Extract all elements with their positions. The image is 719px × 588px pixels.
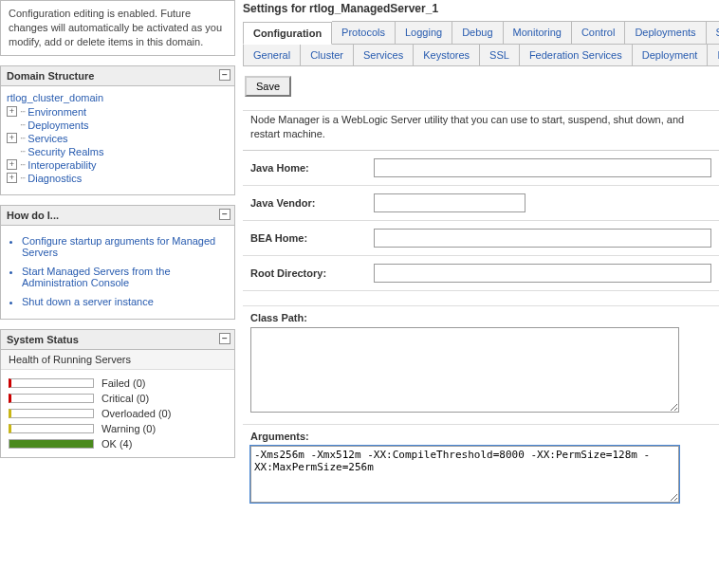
subtab-services[interactable]: Services bbox=[354, 45, 414, 65]
plus-icon[interactable]: + bbox=[7, 106, 17, 117]
tree-connector-icon: ··· bbox=[20, 106, 25, 117]
health-rows: Failed (0)Critical (0)Overloaded (0)Warn… bbox=[1, 370, 234, 457]
input-java-home[interactable] bbox=[374, 158, 711, 177]
tree-connector-icon: ··· bbox=[20, 133, 25, 143]
description-text: Node Manager is a WebLogic Server utilit… bbox=[243, 111, 719, 150]
health-row: Critical (0) bbox=[9, 391, 227, 406]
health-bar-icon bbox=[9, 378, 94, 388]
tree-node-label[interactable]: Environment bbox=[28, 106, 86, 118]
health-label: Critical (0) bbox=[101, 393, 149, 404]
collapse-icon[interactable]: − bbox=[219, 333, 230, 344]
tab-serv[interactable]: Serv bbox=[707, 21, 719, 44]
tree-connector-icon: ··· bbox=[20, 146, 25, 156]
tab-protocols[interactable]: Protocols bbox=[332, 21, 396, 44]
howdo-link[interactable]: Shut down a server instance bbox=[22, 296, 154, 307]
tree-node-label[interactable]: Services bbox=[28, 133, 67, 144]
system-status-panel: System Status − Health of Running Server… bbox=[0, 329, 235, 458]
field-root-directory: Root Directory: bbox=[243, 255, 719, 290]
tree-node-label[interactable]: Security Realms bbox=[28, 146, 103, 157]
label-root-directory: Root Directory: bbox=[250, 267, 374, 279]
label-java-vendor: Java Vendor: bbox=[250, 197, 374, 209]
tree-node[interactable]: ···Security Realms bbox=[7, 145, 229, 158]
tab-deployments[interactable]: Deployments bbox=[625, 21, 706, 44]
textarea-class-path[interactable] bbox=[250, 327, 679, 413]
subtab-keystores[interactable]: Keystores bbox=[414, 45, 480, 65]
label-java-home: Java Home: bbox=[250, 162, 374, 174]
health-label: OK (4) bbox=[101, 438, 132, 450]
health-row: OK (4) bbox=[9, 436, 227, 451]
main-tabs: ConfigurationProtocolsLoggingDebugMonito… bbox=[243, 21, 719, 45]
health-label: Failed (0) bbox=[101, 377, 145, 389]
howdo-item[interactable]: Start Managed Servers from the Administr… bbox=[22, 262, 229, 292]
tree-connector-icon: ··· bbox=[20, 173, 25, 183]
howdo-list: Configure startup arguments for Managed … bbox=[1, 226, 234, 319]
howdo-item[interactable]: Shut down a server instance bbox=[22, 292, 229, 311]
howdo-item[interactable]: Configure startup arguments for Managed … bbox=[22, 231, 229, 262]
sub-tabs: GeneralClusterServicesKeystoresSSLFedera… bbox=[243, 45, 719, 66]
howdo-panel: How do I... − Configure startup argument… bbox=[0, 205, 235, 320]
field-java-vendor: Java Vendor: bbox=[243, 185, 719, 220]
system-status-title: System Status bbox=[7, 334, 79, 345]
health-bar-icon bbox=[9, 409, 94, 418]
settings-title: Settings for rtlog_ManagedServer_1 bbox=[243, 0, 719, 21]
tree-node[interactable]: ···Deployments bbox=[7, 119, 229, 132]
settings-pane: Settings for rtlog_ManagedServer_1 Confi… bbox=[235, 0, 719, 588]
health-bar-icon bbox=[9, 439, 94, 449]
tree-node[interactable]: +···Environment bbox=[7, 105, 229, 119]
plus-icon[interactable]: + bbox=[7, 173, 17, 183]
tab-control[interactable]: Control bbox=[572, 21, 625, 44]
collapse-icon[interactable]: − bbox=[219, 69, 230, 81]
health-label: Overloaded (0) bbox=[101, 408, 171, 419]
label-arguments: Arguments: bbox=[243, 424, 719, 446]
field-bea-home: BEA Home: bbox=[243, 220, 719, 255]
health-row: Overloaded (0) bbox=[9, 406, 227, 421]
tree-connector-icon: ··· bbox=[20, 119, 25, 130]
tree-root[interactable]: rtlog_cluster_domain bbox=[7, 90, 229, 105]
health-row: Warning (0) bbox=[9, 421, 227, 436]
config-info-text: Configuration editing is enabled. Future… bbox=[1, 1, 234, 55]
tab-logging[interactable]: Logging bbox=[396, 21, 452, 44]
label-class-path: Class Path: bbox=[243, 305, 719, 327]
subtab-federation-services[interactable]: Federation Services bbox=[520, 45, 633, 65]
subtab-migra[interactable]: Migra bbox=[708, 45, 719, 65]
textarea-arguments[interactable] bbox=[250, 446, 679, 503]
input-root-directory[interactable] bbox=[374, 264, 711, 283]
howdo-header: How do I... − bbox=[1, 206, 234, 226]
tree-node-label[interactable]: Interoperability bbox=[28, 159, 96, 171]
field-java-home: Java Home: bbox=[243, 150, 719, 185]
tree-node[interactable]: +···Services bbox=[7, 132, 229, 145]
label-bea-home: BEA Home: bbox=[250, 232, 374, 244]
config-info-panel: Configuration editing is enabled. Future… bbox=[0, 0, 235, 56]
tree-node[interactable]: +···Interoperability bbox=[7, 158, 229, 172]
input-bea-home[interactable] bbox=[374, 229, 711, 248]
domain-tree: rtlog_cluster_domain +···Environment···D… bbox=[1, 86, 234, 194]
collapse-icon[interactable]: − bbox=[219, 209, 230, 220]
tab-monitoring[interactable]: Monitoring bbox=[504, 21, 572, 44]
subtab-general[interactable]: General bbox=[243, 45, 301, 65]
health-bar-icon bbox=[9, 424, 94, 433]
health-bar-icon bbox=[9, 394, 94, 403]
tree-node[interactable]: +···Diagnostics bbox=[7, 172, 229, 185]
domain-structure-title: Domain Structure bbox=[7, 70, 94, 82]
system-status-header: System Status − bbox=[1, 330, 234, 350]
domain-structure-panel: Domain Structure − rtlog_cluster_domain … bbox=[0, 65, 235, 195]
tree-connector-icon: ··· bbox=[20, 159, 25, 170]
health-subtitle: Health of Running Servers bbox=[1, 350, 234, 370]
health-row: Failed (0) bbox=[9, 376, 227, 391]
tree-node-label[interactable]: Diagnostics bbox=[28, 173, 82, 184]
plus-icon[interactable]: + bbox=[7, 159, 17, 170]
health-label: Warning (0) bbox=[101, 423, 156, 434]
domain-structure-header: Domain Structure − bbox=[1, 66, 234, 86]
plus-icon[interactable]: + bbox=[7, 133, 17, 143]
subtab-cluster[interactable]: Cluster bbox=[301, 45, 354, 65]
howdo-link[interactable]: Configure startup arguments for Managed … bbox=[22, 235, 215, 258]
save-button[interactable]: Save bbox=[245, 76, 291, 97]
subtab-deployment[interactable]: Deployment bbox=[633, 45, 709, 65]
tree-node-label[interactable]: Deployments bbox=[28, 119, 88, 131]
tab-debug[interactable]: Debug bbox=[452, 21, 503, 44]
howdo-title: How do I... bbox=[7, 210, 59, 221]
subtab-ssl[interactable]: SSL bbox=[480, 45, 520, 65]
howdo-link[interactable]: Start Managed Servers from the Administr… bbox=[22, 266, 171, 288]
input-java-vendor[interactable] bbox=[374, 193, 525, 212]
tab-configuration[interactable]: Configuration bbox=[243, 22, 332, 45]
